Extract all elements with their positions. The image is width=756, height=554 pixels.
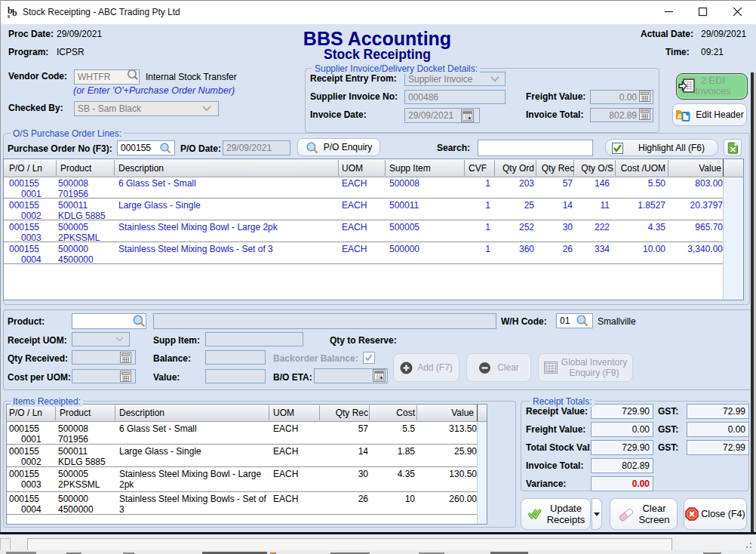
svg-text:s: s [8,13,10,19]
svg-text:b: b [12,8,17,18]
